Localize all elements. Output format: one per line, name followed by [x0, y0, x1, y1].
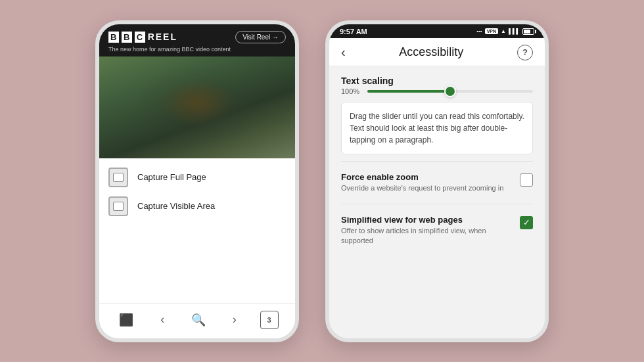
status-time: 9:57 AM	[340, 28, 367, 35]
tabs-badge[interactable]: 3	[260, 311, 279, 329]
force-zoom-desc: Override a website's request to prevent …	[341, 183, 513, 193]
battery-fill	[524, 30, 530, 34]
simplified-view-desc: Offer to show articles in simplified vie…	[341, 226, 513, 246]
slider-pct-label: 100%	[341, 87, 362, 95]
slider-thumb[interactable]	[444, 85, 456, 97]
bbc-subtitle: The new home for amazing BBC video conte…	[108, 46, 286, 53]
signal-icon: ▌▌▌	[509, 28, 520, 34]
simplified-view-text: Simplified view for web pages Offer to s…	[341, 215, 513, 246]
left-phone: B B C REEL Visit Reel → The new home for…	[95, 20, 299, 342]
bbc-b2: B	[122, 32, 132, 43]
accessibility-content: Text scaling 100% Drag the slider until …	[329, 66, 545, 338]
force-zoom-text: Force enable zoom Override a website's r…	[341, 172, 513, 193]
bbc-header: B B C REEL Visit Reel → The new home for…	[99, 24, 295, 57]
wifi-icon: ▲	[501, 28, 506, 34]
force-zoom-setting: Force enable zoom Override a website's r…	[341, 168, 533, 197]
capture-full-page-icon	[108, 168, 128, 187]
page-title: Accessibility	[399, 45, 463, 59]
dots-icon: •••	[476, 28, 482, 34]
sidebar-toggle-icon[interactable]: ⬛	[116, 309, 137, 330]
simplified-view-name: Simplified view for web pages	[341, 215, 513, 225]
slider-fill	[367, 90, 450, 93]
capture-visible-area-option[interactable]: Capture Visible Area	[108, 196, 286, 216]
aerial-image-overlay	[99, 57, 295, 158]
vpn-badge: VPN	[485, 28, 498, 34]
slider-row: 100%	[341, 87, 533, 95]
search-icon[interactable]: 🔍	[188, 309, 209, 330]
divider-2	[341, 204, 533, 204]
simplified-view-setting: Simplified view for web pages Offer to s…	[341, 211, 533, 250]
preview-box: Drag the slider until you can read this …	[341, 102, 533, 154]
capture-visible-area-icon	[108, 196, 128, 216]
divider-1	[341, 161, 533, 162]
capture-visible-area-label: Capture Visible Area	[137, 201, 215, 211]
force-zoom-name: Force enable zoom	[341, 172, 513, 182]
force-zoom-checkbox[interactable]	[520, 173, 533, 187]
text-scaling-label: Text scaling	[341, 76, 533, 86]
bbc-logo: B B C REEL	[108, 32, 177, 43]
visible-area-icon-inner	[113, 202, 124, 211]
status-icons: ••• VPN ▲ ▌▌▌	[476, 28, 534, 35]
text-scaling-section: Text scaling 100%	[341, 76, 533, 95]
simplified-view-checkbox[interactable]: ✓	[520, 216, 533, 229]
capture-options: Capture Full Page Capture Visible Area	[99, 158, 295, 304]
nav-bar: ‹ Accessibility ?	[329, 38, 545, 66]
visit-reel-button[interactable]: Visit Reel →	[235, 31, 286, 43]
battery-icon	[522, 28, 534, 35]
bbc-b: B	[108, 32, 119, 43]
full-page-icon-inner	[113, 173, 124, 182]
browser-toolbar: ⬛ ‹ 🔍 › 3	[99, 304, 295, 338]
back-button[interactable]: ‹	[341, 45, 346, 60]
bbc-reel-title: REEL	[148, 32, 177, 42]
capture-full-page-option[interactable]: Capture Full Page	[108, 168, 286, 187]
preview-text: Drag the slider until you can read this …	[350, 110, 524, 146]
bbc-video-thumbnail	[99, 57, 295, 158]
bbc-c: C	[135, 32, 145, 43]
text-scaling-slider[interactable]	[367, 90, 533, 93]
capture-full-page-label: Capture Full Page	[137, 172, 206, 182]
status-bar: 9:57 AM ••• VPN ▲ ▌▌▌	[329, 24, 545, 38]
forward-icon[interactable]: ›	[224, 309, 245, 330]
right-phone: 9:57 AM ••• VPN ▲ ▌▌▌ ‹ Accessibility ? …	[325, 20, 549, 342]
help-button[interactable]: ?	[517, 45, 533, 60]
back-icon[interactable]: ‹	[152, 309, 173, 330]
